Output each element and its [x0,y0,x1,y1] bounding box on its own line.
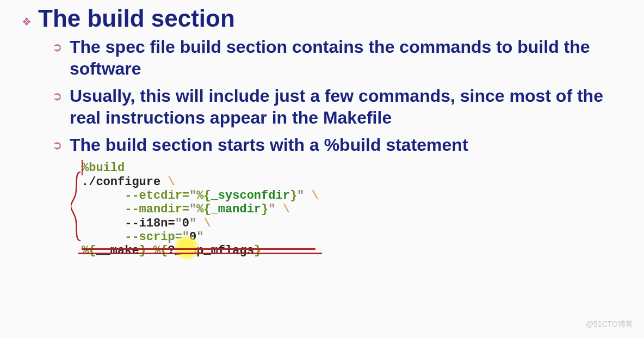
code-quote: " [189,203,196,216]
bullet-item: ➲ The build section starts with a %build… [52,134,622,156]
code-macro-name: _sysconfdir [211,189,290,203]
bullet-list: ➲ The spec file build section contains t… [52,36,622,156]
code-cmd: ./configure [82,175,160,189]
diamond-bullet-icon: ❖ [22,15,32,28]
arrow-bullet-icon: ➲ [52,89,62,103]
code-macro-open: %{ [196,203,210,216]
slide: ❖ The build section ➲ The spec file buil… [0,0,644,337]
annotation-underline [78,250,322,254]
watermark: @51CTO博客 [586,320,633,329]
code-bs: \ [275,203,289,216]
code-macro-close: } [261,203,268,216]
code-flag: --mandir= [125,203,189,216]
bullet-item: ➲ The spec file build section contains t… [52,36,622,79]
code-quote: " [297,189,304,203]
bullet-text: The build section starts with a %build s… [70,134,468,156]
code-quote: " [175,217,182,230]
code-quote: " [196,230,203,244]
code-macro-close: } [290,189,297,203]
bullet-text: The spec file build section contains the… [70,36,614,79]
code-val: 0 [189,230,196,244]
arrow-bullet-icon: ➲ [52,40,62,54]
code-text: %build ./configure \ --etcdir="%{_syscon… [82,161,386,258]
code-quote: " [182,230,189,244]
code-bs: \ [160,175,175,189]
code-flag: --etcdir= [125,189,189,203]
code-quote: " [189,217,196,230]
annotation-underline [82,246,315,250]
code-bs: \ [196,217,210,230]
code-macro-open: %{ [196,189,210,203]
code-flag: --scrip= [125,230,182,244]
bullet-item: ➲ Usually, this will include just a few … [52,85,622,128]
code-val: 0 [182,217,189,230]
code-bs: \ [304,189,318,203]
arrow-bullet-icon: ➲ [52,138,62,152]
code-line: %build [82,161,125,175]
slide-title: The build section [38,5,235,32]
title-row: ❖ The build section [22,5,622,32]
code-macro-name: _mandir [211,203,261,216]
bullet-text: Usually, this will include just a few co… [70,85,614,128]
code-quote: " [268,203,275,216]
code-quote: " [189,189,196,203]
code-flag: --i18n= [125,217,175,230]
code-block: %build ./configure \ --etcdir="%{_syscon… [82,161,386,258]
